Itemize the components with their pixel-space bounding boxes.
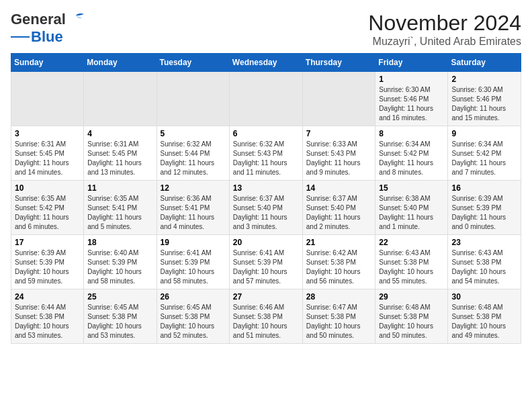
calendar-cell: 17Sunrise: 6:39 AM Sunset: 5:39 PM Dayli… — [11, 235, 84, 289]
calendar-cell — [302, 72, 375, 126]
calendar-cell: 3Sunrise: 6:31 AM Sunset: 5:45 PM Daylig… — [11, 126, 84, 181]
day-number: 20 — [233, 238, 299, 247]
calendar-body: 1Sunrise: 6:30 AM Sunset: 5:46 PM Daylig… — [11, 72, 521, 344]
day-number: 2 — [451, 75, 517, 84]
day-number: 16 — [451, 183, 517, 193]
day-info: Sunrise: 6:48 AM Sunset: 5:38 PM Dayligh… — [451, 303, 517, 340]
day-number: 23 — [451, 238, 517, 247]
day-number: 11 — [87, 183, 152, 193]
day-info: Sunrise: 6:44 AM Sunset: 5:38 PM Dayligh… — [15, 303, 80, 340]
calendar-cell: 28Sunrise: 6:47 AM Sunset: 5:38 PM Dayli… — [302, 289, 375, 344]
calendar-table: SundayMondayTuesdayWednesdayThursdayFrid… — [11, 53, 521, 344]
calendar-cell — [84, 72, 157, 126]
day-number: 12 — [161, 183, 226, 193]
day-info: Sunrise: 6:37 AM Sunset: 5:40 PM Dayligh… — [306, 194, 372, 232]
calendar-cell: 1Sunrise: 6:30 AM Sunset: 5:46 PM Daylig… — [375, 72, 448, 126]
calendar-cell: 18Sunrise: 6:40 AM Sunset: 5:39 PM Dayli… — [84, 235, 157, 289]
day-number: 27 — [233, 292, 299, 302]
logo-general: General — [11, 11, 66, 28]
day-number: 1 — [379, 75, 444, 84]
calendar-cell: 11Sunrise: 6:35 AM Sunset: 5:41 PM Dayli… — [84, 181, 157, 235]
logo-bird-icon — [66, 13, 85, 26]
day-info: Sunrise: 6:39 AM Sunset: 5:39 PM Dayligh… — [451, 194, 517, 232]
day-info: Sunrise: 6:48 AM Sunset: 5:38 PM Dayligh… — [379, 303, 444, 340]
day-number: 14 — [306, 183, 372, 193]
weekday-header-row: SundayMondayTuesdayWednesdayThursdayFrid… — [11, 54, 521, 72]
day-info: Sunrise: 6:32 AM Sunset: 5:43 PM Dayligh… — [233, 140, 299, 177]
calendar-cell: 29Sunrise: 6:48 AM Sunset: 5:38 PM Dayli… — [375, 289, 448, 344]
day-info: Sunrise: 6:32 AM Sunset: 5:44 PM Dayligh… — [161, 140, 226, 177]
weekday-tuesday: Tuesday — [157, 54, 229, 72]
weekday-thursday: Thursday — [302, 54, 375, 72]
day-info: Sunrise: 6:38 AM Sunset: 5:40 PM Dayligh… — [379, 194, 444, 232]
day-number: 19 — [161, 238, 226, 247]
calendar-cell: 9Sunrise: 6:34 AM Sunset: 5:42 PM Daylig… — [448, 126, 521, 181]
day-info: Sunrise: 6:41 AM Sunset: 5:39 PM Dayligh… — [233, 248, 299, 286]
calendar-cell: 27Sunrise: 6:46 AM Sunset: 5:38 PM Dayli… — [229, 289, 302, 344]
day-info: Sunrise: 6:45 AM Sunset: 5:38 PM Dayligh… — [87, 303, 152, 340]
day-number: 8 — [379, 129, 444, 138]
calendar-cell: 14Sunrise: 6:37 AM Sunset: 5:40 PM Dayli… — [302, 181, 375, 235]
day-number: 29 — [379, 292, 444, 302]
day-info: Sunrise: 6:34 AM Sunset: 5:42 PM Dayligh… — [451, 140, 517, 177]
location: Muzayri`, United Arab Emirates — [368, 36, 521, 48]
day-info: Sunrise: 6:43 AM Sunset: 5:38 PM Dayligh… — [451, 248, 517, 286]
calendar-cell: 8Sunrise: 6:34 AM Sunset: 5:42 PM Daylig… — [375, 126, 448, 181]
calendar-cell: 19Sunrise: 6:41 AM Sunset: 5:39 PM Dayli… — [157, 235, 229, 289]
calendar-cell — [11, 72, 84, 126]
day-info: Sunrise: 6:35 AM Sunset: 5:42 PM Dayligh… — [15, 194, 80, 232]
day-info: Sunrise: 6:39 AM Sunset: 5:39 PM Dayligh… — [15, 248, 80, 286]
day-info: Sunrise: 6:43 AM Sunset: 5:38 PM Dayligh… — [379, 248, 444, 286]
logo-blue: Blue — [31, 28, 63, 46]
calendar-cell: 21Sunrise: 6:42 AM Sunset: 5:38 PM Dayli… — [302, 235, 375, 289]
day-info: Sunrise: 6:31 AM Sunset: 5:45 PM Dayligh… — [15, 140, 80, 177]
weekday-friday: Friday — [375, 54, 448, 72]
weekday-wednesday: Wednesday — [229, 54, 302, 72]
day-info: Sunrise: 6:33 AM Sunset: 5:43 PM Dayligh… — [306, 140, 372, 177]
day-number: 6 — [233, 129, 299, 138]
day-number: 24 — [15, 292, 80, 302]
day-number: 13 — [233, 183, 299, 193]
weekday-saturday: Saturday — [448, 54, 521, 72]
day-info: Sunrise: 6:47 AM Sunset: 5:38 PM Dayligh… — [306, 303, 372, 340]
day-info: Sunrise: 6:30 AM Sunset: 5:46 PM Dayligh… — [379, 85, 444, 123]
calendar-cell: 2Sunrise: 6:30 AM Sunset: 5:46 PM Daylig… — [448, 72, 521, 126]
calendar-cell: 16Sunrise: 6:39 AM Sunset: 5:39 PM Dayli… — [448, 181, 521, 235]
day-number: 26 — [161, 292, 226, 302]
calendar-cell: 24Sunrise: 6:44 AM Sunset: 5:38 PM Dayli… — [11, 289, 84, 344]
day-number: 4 — [87, 129, 152, 138]
day-info: Sunrise: 6:46 AM Sunset: 5:38 PM Dayligh… — [233, 303, 299, 340]
day-number: 9 — [451, 129, 517, 138]
day-number: 3 — [15, 129, 80, 138]
calendar-cell: 7Sunrise: 6:33 AM Sunset: 5:43 PM Daylig… — [302, 126, 375, 181]
calendar-cell: 4Sunrise: 6:31 AM Sunset: 5:45 PM Daylig… — [84, 126, 157, 181]
day-number: 17 — [15, 238, 80, 247]
calendar-cell: 30Sunrise: 6:48 AM Sunset: 5:38 PM Dayli… — [448, 289, 521, 344]
day-number: 18 — [87, 238, 152, 247]
calendar-cell — [157, 72, 229, 126]
day-number: 21 — [306, 238, 372, 247]
weekday-sunday: Sunday — [11, 54, 84, 72]
month-title: November 2024 — [368, 11, 521, 36]
day-number: 10 — [15, 183, 80, 193]
day-info: Sunrise: 6:36 AM Sunset: 5:41 PM Dayligh… — [161, 194, 226, 232]
calendar-cell: 12Sunrise: 6:36 AM Sunset: 5:41 PM Dayli… — [157, 181, 229, 235]
calendar-cell: 5Sunrise: 6:32 AM Sunset: 5:44 PM Daylig… — [157, 126, 229, 181]
weekday-monday: Monday — [84, 54, 157, 72]
calendar-cell: 13Sunrise: 6:37 AM Sunset: 5:40 PM Dayli… — [229, 181, 302, 235]
week-row-2: 3Sunrise: 6:31 AM Sunset: 5:45 PM Daylig… — [11, 126, 521, 181]
calendar-cell: 10Sunrise: 6:35 AM Sunset: 5:42 PM Dayli… — [11, 181, 84, 235]
day-info: Sunrise: 6:35 AM Sunset: 5:41 PM Dayligh… — [87, 194, 152, 232]
day-info: Sunrise: 6:31 AM Sunset: 5:45 PM Dayligh… — [87, 140, 152, 177]
day-number: 25 — [87, 292, 152, 302]
day-info: Sunrise: 6:37 AM Sunset: 5:40 PM Dayligh… — [233, 194, 299, 232]
calendar-cell: 22Sunrise: 6:43 AM Sunset: 5:38 PM Dayli… — [375, 235, 448, 289]
day-info: Sunrise: 6:30 AM Sunset: 5:46 PM Dayligh… — [451, 85, 517, 123]
logo: General Blue — [11, 11, 86, 46]
day-info: Sunrise: 6:45 AM Sunset: 5:38 PM Dayligh… — [161, 303, 226, 340]
calendar-cell: 23Sunrise: 6:43 AM Sunset: 5:38 PM Dayli… — [448, 235, 521, 289]
day-number: 30 — [451, 292, 517, 302]
calendar-cell: 6Sunrise: 6:32 AM Sunset: 5:43 PM Daylig… — [229, 126, 302, 181]
day-info: Sunrise: 6:40 AM Sunset: 5:39 PM Dayligh… — [87, 248, 152, 286]
title-block: November 2024 Muzayri`, United Arab Emir… — [368, 11, 521, 48]
